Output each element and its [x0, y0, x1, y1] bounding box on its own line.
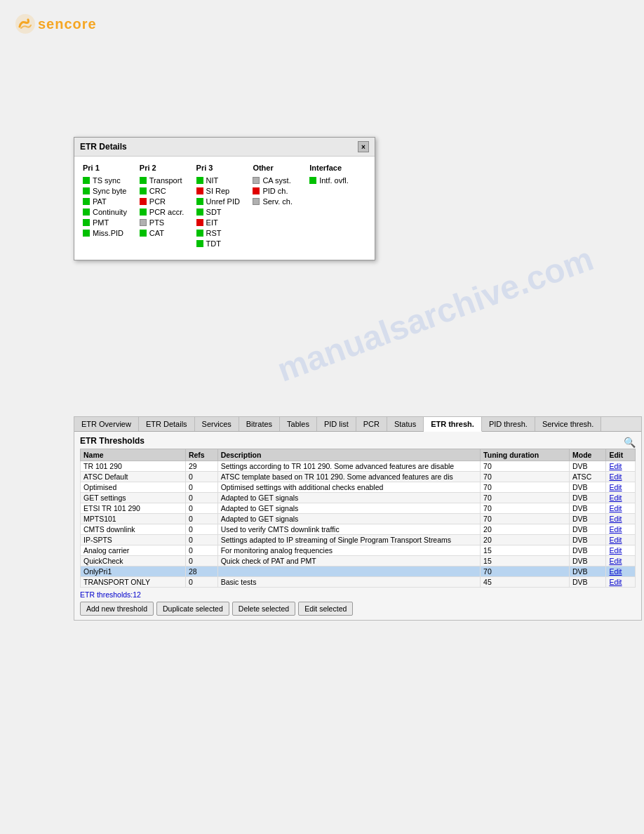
label-pmt: PMT: [93, 218, 109, 227]
indicator-pcr: PCR: [140, 197, 196, 206]
indicator-ca-syst: CA syst.: [253, 176, 309, 185]
table-row[interactable]: CMTS downlink 0 Used to verify CMTS down…: [81, 524, 636, 535]
cell-description: Basic tests: [217, 577, 480, 588]
dialog-title: ETR Details: [80, 142, 127, 152]
cell-description: Used to verify CMTS downlink traffic: [217, 524, 480, 535]
duplicate-selected-button[interactable]: Duplicate selected: [156, 602, 229, 616]
cell-edit[interactable]: Edit: [606, 472, 636, 482]
label-sdt: SDT: [206, 208, 222, 216]
dialog-content: Pri 1 TS sync Sync byte PAT Continuity: [74, 157, 375, 260]
col-header-name: Name: [81, 449, 186, 461]
cell-name: GET settings: [81, 493, 186, 503]
cell-name: QuickCheck: [81, 556, 186, 567]
led-crc: [140, 187, 147, 194]
indicator-cat: CAT: [140, 229, 196, 237]
cell-edit[interactable]: Edit: [606, 503, 636, 514]
led-pcr-accr: [140, 208, 147, 216]
cell-edit[interactable]: Edit: [606, 482, 636, 493]
cell-name: TR 101 290: [81, 461, 186, 472]
indicator-eit: EIT: [196, 218, 253, 227]
delete-selected-button[interactable]: Delete selected: [232, 602, 295, 616]
indicator-sdt: SDT: [196, 208, 253, 216]
table-row[interactable]: Optimised 0 Optimised settings with addi…: [81, 482, 636, 493]
cell-tuning: 70: [481, 461, 570, 472]
table-row[interactable]: OnlyPri1 28 70 DVB Edit: [81, 567, 636, 577]
cell-edit[interactable]: Edit: [606, 524, 636, 535]
tab-service-thresh[interactable]: Service thresh.: [535, 417, 601, 431]
led-pid-ch: [253, 187, 260, 194]
tab-status[interactable]: Status: [387, 417, 424, 431]
tab-etr-thresh[interactable]: ETR thresh.: [424, 417, 482, 432]
indicator-sync-byte: Sync byte: [83, 187, 140, 195]
tab-etr-overview[interactable]: ETR Overview: [74, 417, 139, 431]
table-row[interactable]: TR 101 290 29 Settings according to TR 1…: [81, 461, 636, 472]
cell-name: TRANSPORT ONLY: [81, 577, 186, 588]
col-header-edit: Edit: [606, 449, 636, 461]
cell-refs: 0: [185, 524, 217, 535]
sencore-logo: sencore: [14, 13, 630, 35]
indicator-pid-ch: PID ch.: [253, 187, 309, 195]
etr-details-dialog: ETR Details × Pri 1 TS sync Sync byte PA…: [74, 137, 375, 260]
cell-name: Analog carrier: [81, 545, 186, 556]
table-row[interactable]: ATSC Default 0 ATSC template based on TR…: [81, 472, 636, 482]
indicator-continuity: Continuity: [83, 208, 140, 216]
cell-description: Settings according to TR 101 290. Some a…: [217, 461, 480, 472]
led-nit: [196, 177, 203, 184]
indicator-transport: Transport: [140, 176, 196, 185]
led-sync-byte: [83, 187, 90, 194]
led-tdt: [196, 240, 203, 247]
table-row[interactable]: QuickCheck 0 Quick check of PAT and PMT …: [81, 556, 636, 567]
dialog-close-button[interactable]: ×: [358, 141, 369, 152]
tab-pcr[interactable]: PCR: [356, 417, 387, 431]
label-pcr: PCR: [149, 197, 166, 206]
tab-bitrates[interactable]: Bitrates: [239, 417, 280, 431]
col-header-interface: Interface: [309, 164, 366, 172]
led-eit: [196, 219, 203, 226]
label-rst: RST: [206, 229, 222, 237]
tab-etr-details[interactable]: ETR Details: [139, 417, 195, 431]
add-threshold-button[interactable]: Add new threshold: [80, 602, 154, 616]
bottom-panel: ETR Overview ETR Details Services Bitrat…: [74, 416, 642, 621]
dialog-col-other: Other CA syst. PID ch. Serv. ch.: [253, 164, 309, 250]
table-row[interactable]: MPTS101 0 Adapted to GET signals 70 DVB …: [81, 514, 636, 524]
cell-edit[interactable]: Edit: [606, 514, 636, 524]
watermark: manualsarchive.com: [272, 239, 598, 389]
led-transport: [140, 177, 147, 184]
led-ts-sync: [83, 177, 90, 184]
table-row[interactable]: ETSI TR 101 290 0 Adapted to GET signals…: [81, 503, 636, 514]
cell-edit[interactable]: Edit: [606, 545, 636, 556]
table-row[interactable]: TRANSPORT ONLY 0 Basic tests 45 DVB Edit: [81, 577, 636, 588]
table-row[interactable]: Analog carrier 0 For monitoring analog f…: [81, 545, 636, 556]
label-tdt: TDT: [206, 239, 221, 248]
indicator-pat: PAT: [83, 197, 140, 206]
cell-mode: DVB: [569, 493, 605, 503]
cell-name: Optimised: [81, 482, 186, 493]
cell-mode: DVB: [569, 577, 605, 588]
cell-tuning: 20: [481, 535, 570, 545]
tab-services[interactable]: Services: [195, 417, 239, 431]
tab-pid-thresh[interactable]: PID thresh.: [482, 417, 535, 431]
tab-bar: ETR Overview ETR Details Services Bitrat…: [74, 417, 641, 432]
cell-edit[interactable]: Edit: [606, 556, 636, 567]
edit-selected-button[interactable]: Edit selected: [298, 602, 353, 616]
cell-tuning: 70: [481, 472, 570, 482]
col-header-tuning: Tuning duration: [481, 449, 570, 461]
cell-refs: 0: [185, 493, 217, 503]
cell-tuning: 45: [481, 577, 570, 588]
table-row[interactable]: GET settings 0 Adapted to GET signals 70…: [81, 493, 636, 503]
cell-edit[interactable]: Edit: [606, 493, 636, 503]
indicator-ts-sync: TS sync: [83, 176, 140, 185]
table-row[interactable]: IP-SPTS 0 Settings adapted to IP streami…: [81, 535, 636, 545]
tab-pid-list[interactable]: PID list: [317, 417, 356, 431]
tab-tables[interactable]: Tables: [280, 417, 317, 431]
cell-edit[interactable]: Edit: [606, 535, 636, 545]
label-pts: PTS: [149, 218, 164, 227]
cell-edit[interactable]: Edit: [606, 567, 636, 577]
cell-edit[interactable]: Edit: [606, 577, 636, 588]
search-icon[interactable]: 🔍: [624, 437, 636, 448]
status-count-label: ETR thresholds:: [80, 590, 133, 599]
cell-refs: 0: [185, 556, 217, 567]
cell-description: Optimised settings with additional check…: [217, 482, 480, 493]
cell-edit[interactable]: Edit: [606, 461, 636, 472]
col-header-mode: Mode: [569, 449, 605, 461]
